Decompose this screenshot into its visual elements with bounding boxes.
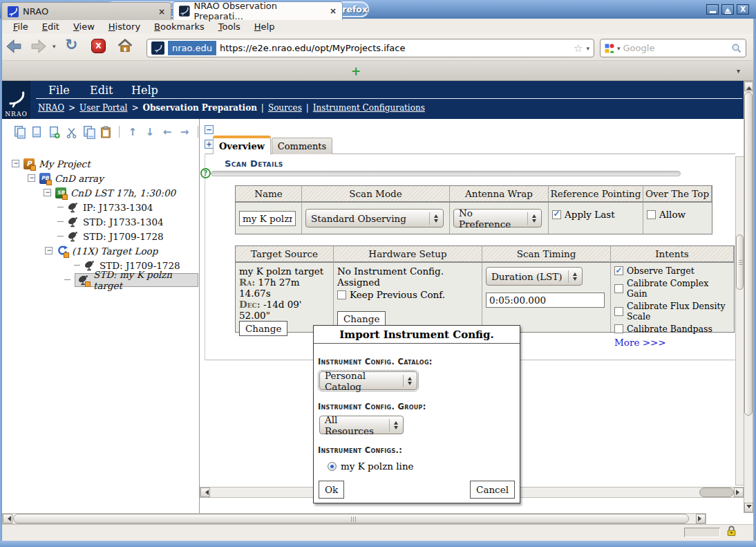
scrollbar-thumb[interactable] [736, 234, 744, 290]
tab-nrao-observation-preparation[interactable]: NRAO Observation Preparati... × [173, 1, 343, 20]
breadcrumb-user-portal[interactable]: User Portal [79, 103, 127, 113]
list-all-tabs-caret[interactable]: ▾ [737, 67, 740, 75]
scroll-right-button[interactable] [696, 514, 706, 523]
sched-block-icon: SB [55, 187, 66, 198]
menu-history[interactable]: History [102, 19, 147, 34]
tree-item-cnd-array[interactable]: PB CnD array [2, 171, 198, 185]
help-icon[interactable]: ? [200, 168, 211, 178]
search-input[interactable]: Google [623, 43, 728, 53]
paste-icon[interactable] [99, 125, 113, 139]
tree-item-label: (11X) Target Loop [72, 245, 158, 257]
menu-edit[interactable]: Edit [35, 19, 66, 34]
tree-item-my-project[interactable]: P My Project [2, 156, 198, 171]
site-menu-help[interactable]: Help [131, 84, 158, 97]
breadcrumb-sources[interactable]: Sources [268, 103, 302, 113]
collapse-all-icon[interactable]: − [205, 125, 214, 134]
group-select[interactable]: All Resources [319, 416, 404, 434]
move-left-icon[interactable]: ← [160, 125, 174, 139]
stop-button[interactable]: X [91, 39, 106, 53]
selected-tree-item[interactable]: STD: my K polzn target [75, 273, 198, 287]
move-up-icon[interactable]: ↑ [126, 125, 140, 139]
bookmark-star-icon[interactable]: ☆ [574, 42, 583, 55]
menu-file[interactable]: File [6, 19, 35, 34]
timing-mode-select[interactable]: Duration (LST) [486, 267, 583, 286]
scroll-left-button[interactable] [3, 514, 12, 523]
tab-close-icon[interactable]: × [158, 7, 165, 17]
ok-button[interactable]: Ok [319, 481, 344, 499]
calibrate-bandpass-checkbox[interactable] [614, 324, 623, 333]
move-right-icon[interactable]: → [178, 125, 191, 139]
reload-button[interactable]: ↻ [65, 36, 77, 53]
new-document-icon[interactable] [30, 125, 44, 139]
tree-item-std-j1733[interactable]: STD: J1733-1304 [2, 214, 198, 229]
dialog-title: Import Instrument Config. [314, 328, 520, 341]
tree-item-std-my-k-polzn[interactable]: STD: my K polzn target [2, 272, 198, 287]
browser-horizontal-scrollbar[interactable] [2, 513, 706, 524]
scroll-down-button[interactable] [744, 503, 753, 512]
url-text[interactable]: https://e2e.nrao.edu/opt/MyProjects.ifac… [220, 43, 570, 53]
copy-icon[interactable] [82, 125, 95, 139]
catalog-select[interactable]: Personal Catalog [319, 371, 417, 390]
antenna-wrap-cell: No Preference [450, 203, 549, 234]
allow-checkbox[interactable] [647, 210, 656, 219]
scrollbar-thumb[interactable] [699, 488, 734, 497]
browser-vertical-scrollbar[interactable] [744, 81, 753, 513]
tree-item-target-loop[interactable]: (11X) Target Loop [2, 243, 198, 258]
window-border-bottom [0, 541, 756, 547]
collapse-icon[interactable] [44, 189, 51, 196]
breadcrumb-instrument-configurations[interactable]: Instrument Configurations [313, 103, 425, 113]
close-button[interactable]: X [737, 4, 749, 15]
scroll-up-button[interactable] [744, 82, 753, 91]
minimize-button[interactable] [706, 4, 719, 15]
keep-previous-conf-checkbox[interactable] [337, 290, 346, 299]
change-target-button[interactable]: Change [239, 321, 287, 336]
cancel-button[interactable]: Cancel [470, 481, 515, 499]
breadcrumb-nrao[interactable]: NRAO [38, 103, 64, 113]
cut-icon[interactable] [64, 125, 78, 139]
tab-comments[interactable]: Comments [272, 138, 332, 154]
collapse-icon[interactable] [45, 247, 53, 254]
config-radio-button[interactable] [328, 462, 337, 471]
scrollbar-thumb[interactable] [744, 92, 753, 416]
tree-item-ip-j1733[interactable]: IP: J1733-1304 [2, 200, 198, 214]
search-bar[interactable]: ▾ Google [600, 39, 746, 57]
scroll-right-button[interactable] [734, 488, 744, 497]
new-tab-button[interactable]: + [348, 64, 363, 78]
scan-mode-select[interactable]: Standard Observing [305, 209, 444, 228]
site-menu-edit[interactable]: Edit [90, 84, 113, 97]
scan-name-input[interactable] [239, 211, 296, 226]
move-down-icon[interactable]: ↓ [143, 125, 157, 139]
antenna-wrap-select[interactable]: No Preference [453, 209, 542, 228]
back-history-dropdown[interactable]: ▾ [53, 43, 56, 50]
add-document-icon[interactable] [47, 125, 61, 139]
duration-input[interactable] [486, 293, 605, 308]
nrao-logo[interactable]: NRAO [2, 81, 30, 119]
menu-view[interactable]: View [66, 19, 102, 34]
tab-nrao[interactable]: NRAO × [1, 2, 171, 20]
change-hardware-button[interactable]: Change [337, 311, 386, 326]
apply-last-checkbox[interactable] [552, 210, 561, 219]
home-button[interactable] [117, 39, 133, 53]
location-bar[interactable]: nrao.edu https://e2e.nrao.edu/opt/MyProj… [147, 39, 594, 57]
maximize-button[interactable] [721, 4, 734, 15]
collapse-icon[interactable] [12, 160, 19, 167]
scroll-left-button[interactable] [200, 488, 210, 497]
tree-item-cnd-lst[interactable]: SB CnD LST 17h, 1:30:00 [2, 185, 198, 200]
tab-overview[interactable]: Overview [213, 136, 271, 154]
secure-lock-icon[interactable] [726, 525, 737, 537]
scrollbar-thumb[interactable] [13, 514, 689, 523]
tree-item-std-j1709[interactable]: STD: J1709-1728 [2, 229, 198, 243]
calibrate-complex-gain-checkbox[interactable] [614, 284, 623, 293]
url-dropdown-caret[interactable]: ▾ [586, 45, 589, 52]
collapse-icon[interactable] [28, 174, 35, 182]
forward-button[interactable] [30, 39, 47, 54]
site-menu-file[interactable]: File [48, 84, 70, 97]
copy-documents-icon[interactable] [12, 125, 26, 139]
search-engine-caret[interactable]: ▾ [617, 45, 621, 52]
back-button[interactable] [6, 39, 22, 54]
tab-close-icon[interactable]: × [330, 6, 337, 16]
observe-target-checkbox[interactable] [614, 266, 623, 275]
search-magnifier-icon[interactable] [731, 43, 741, 53]
calibrate-flux-density-checkbox[interactable] [614, 307, 623, 316]
more-intents-link[interactable]: More >>> [614, 337, 730, 348]
